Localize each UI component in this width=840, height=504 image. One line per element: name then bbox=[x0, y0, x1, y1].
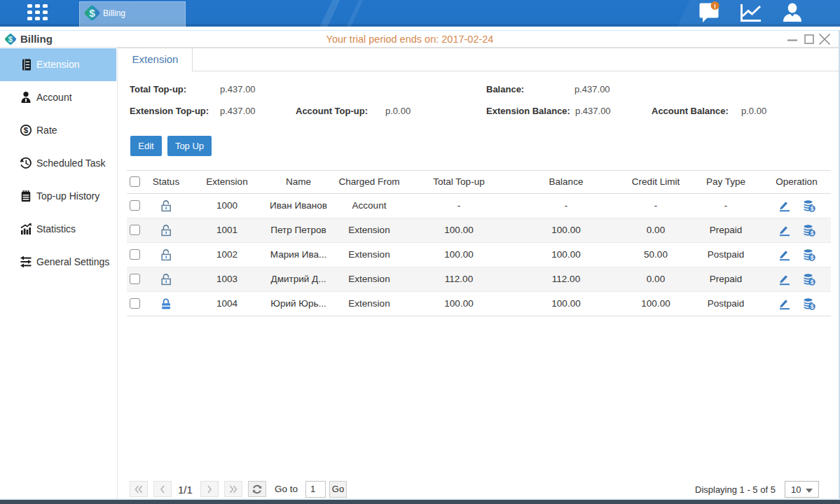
svg-text:$: $ bbox=[89, 7, 95, 19]
svg-text:$: $ bbox=[24, 126, 29, 134]
svg-text:$: $ bbox=[811, 230, 814, 237]
svg-text:$: $ bbox=[811, 279, 814, 286]
svg-text:!: ! bbox=[714, 3, 716, 10]
svg-text:$: $ bbox=[811, 205, 814, 212]
svg-text:$: $ bbox=[811, 303, 814, 310]
svg-text:$: $ bbox=[811, 254, 814, 261]
